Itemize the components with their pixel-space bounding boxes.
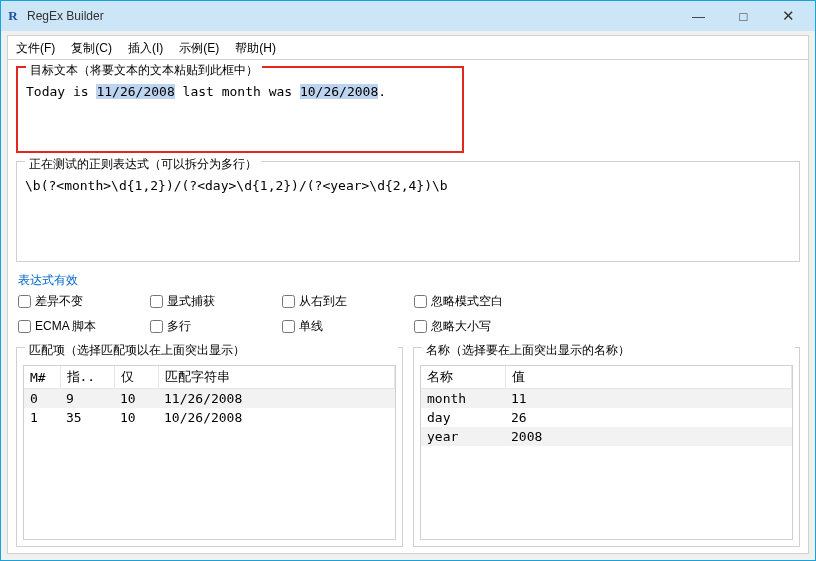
option-multiline[interactable]: 多行 [150, 318, 282, 335]
target-text-input[interactable]: Today is 11/26/2008 last month was 10/26… [24, 83, 456, 145]
menu-insert[interactable]: 插入(I) [128, 40, 163, 57]
checkbox-ignorecase[interactable] [414, 320, 427, 333]
window-controls: — □ ✕ [676, 2, 811, 30]
option-single[interactable]: 单线 [282, 318, 414, 335]
app-window: R RegEx Builder — □ ✕ 文件(F) 复制(C) 插入(I) … [0, 0, 816, 561]
names-table-wrap[interactable]: 名称 值 month 11 day 26 [420, 365, 793, 540]
option-ignorews[interactable]: 忽略模式空白 [414, 293, 546, 310]
col-value[interactable]: 匹配字符串 [158, 366, 395, 389]
regex-input[interactable]: \b(?<month>\d{1,2})/(?<day>\d{1,2})/(?<y… [23, 177, 793, 255]
checkbox-multiline[interactable] [150, 320, 163, 333]
table-row[interactable]: day 26 [421, 408, 792, 427]
match-highlight: 10/26/2008 [300, 84, 378, 99]
matches-table: M# 指.. 仅 匹配字符串 0 9 10 11/26/2008 [24, 366, 395, 427]
status-label: 表达式有效 [16, 270, 800, 293]
matches-group: 匹配项（选择匹配项以在上面突出显示） M# 指.. 仅 匹配字符串 0 9 [16, 347, 403, 547]
option-diff[interactable]: 差异不变 [18, 293, 150, 310]
option-ecma[interactable]: ECMA 脚本 [18, 318, 150, 335]
matches-table-wrap[interactable]: M# 指.. 仅 匹配字符串 0 9 10 11/26/2008 [23, 365, 396, 540]
minimize-button[interactable]: — [676, 2, 721, 30]
col-len[interactable]: 仅 [114, 366, 158, 389]
maximize-button[interactable]: □ [721, 2, 766, 30]
menu-help[interactable]: 帮助(H) [235, 40, 276, 57]
table-row[interactable]: month 11 [421, 389, 792, 409]
col-name[interactable]: 名称 [421, 366, 505, 389]
col-mnum[interactable]: M# [24, 366, 60, 389]
names-label: 名称（选择要在上面突出显示的名称） [422, 342, 795, 359]
table-row[interactable]: 1 35 10 10/26/2008 [24, 408, 395, 427]
menu-sample[interactable]: 示例(E) [179, 40, 219, 57]
checkbox-single[interactable] [282, 320, 295, 333]
checkbox-diff[interactable] [18, 295, 31, 308]
names-table: 名称 值 month 11 day 26 [421, 366, 792, 446]
col-index[interactable]: 指.. [60, 366, 114, 389]
names-group: 名称（选择要在上面突出显示的名称） 名称 值 month 11 [413, 347, 800, 547]
target-text-label: 目标文本（将要文本的文本粘贴到此框中） [26, 62, 262, 79]
target-text-group: 目标文本（将要文本的文本粘贴到此框中） Today is 11/26/2008 … [16, 66, 464, 153]
regex-label: 正在测试的正则表达式（可以拆分为多行） [25, 156, 261, 173]
window-title: RegEx Builder [27, 9, 676, 23]
option-ignorecase[interactable]: 忽略大小写 [414, 318, 546, 335]
options-section: 表达式有效 差异不变 显式捕获 从右到左 忽略模式空白 ECMA 脚本 多行 单… [16, 270, 800, 339]
option-explicit[interactable]: 显式捕获 [150, 293, 282, 310]
close-button[interactable]: ✕ [766, 2, 811, 30]
table-row[interactable]: 0 9 10 11/26/2008 [24, 389, 395, 409]
checkbox-explicit[interactable] [150, 295, 163, 308]
regex-group: 正在测试的正则表达式（可以拆分为多行） \b(?<month>\d{1,2})/… [16, 161, 800, 262]
bottom-panels: 匹配项（选择匹配项以在上面突出显示） M# 指.. 仅 匹配字符串 0 9 [16, 347, 800, 547]
menu-copy[interactable]: 复制(C) [71, 40, 112, 57]
matches-label: 匹配项（选择匹配项以在上面突出显示） [25, 342, 398, 359]
checkbox-ecma[interactable] [18, 320, 31, 333]
menu-file[interactable]: 文件(F) [16, 40, 55, 57]
checkbox-ignorews[interactable] [414, 295, 427, 308]
content-area: 目标文本（将要文本的文本粘贴到此框中） Today is 11/26/2008 … [7, 60, 809, 554]
checkbox-rtl[interactable] [282, 295, 295, 308]
titlebar[interactable]: R RegEx Builder — □ ✕ [1, 1, 815, 31]
match-highlight: 11/26/2008 [96, 84, 174, 99]
table-row[interactable]: year 2008 [421, 427, 792, 446]
option-rtl[interactable]: 从右到左 [282, 293, 414, 310]
app-icon: R [5, 8, 21, 24]
col-value[interactable]: 值 [505, 366, 792, 389]
menubar: 文件(F) 复制(C) 插入(I) 示例(E) 帮助(H) [7, 35, 809, 60]
